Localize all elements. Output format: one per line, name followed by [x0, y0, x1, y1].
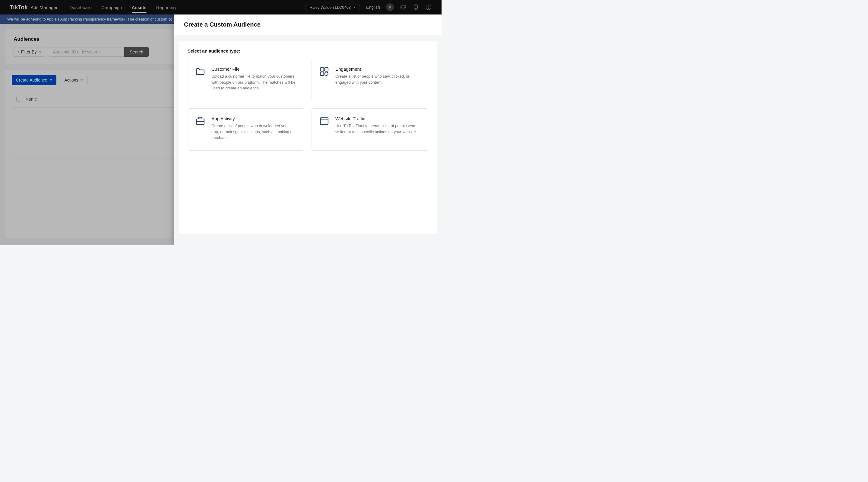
- svg-point-9: [321, 118, 322, 119]
- svg-rect-5: [320, 72, 323, 75]
- option-desc: Upload a customer file to match your cus…: [211, 74, 297, 91]
- option-desc: Create a list of people who saw, clicked…: [335, 74, 421, 85]
- option-desc: Create a list of people who downloaded y…: [211, 123, 297, 141]
- svg-point-6: [324, 72, 328, 75]
- option-customer-file[interactable]: Customer File Upload a customer file to …: [188, 59, 304, 101]
- browser-icon: [319, 116, 329, 126]
- svg-rect-4: [324, 68, 328, 71]
- svg-rect-3: [320, 68, 323, 71]
- engagement-icon: [319, 66, 329, 77]
- svg-point-10: [323, 118, 323, 119]
- option-title: App Activity: [211, 116, 297, 121]
- option-title: Website Traffic: [335, 116, 421, 121]
- option-engagement[interactable]: Engagement Create a list of people who s…: [312, 59, 428, 101]
- panel-title: Create a Custom Audience: [174, 15, 441, 35]
- panel-subtitle: Select an audience type:: [188, 48, 428, 53]
- create-custom-audience-panel: Create a Custom Audience Select an audie…: [174, 15, 441, 245]
- option-website-traffic[interactable]: Website Traffic Use TikTok Pixel to crea…: [312, 108, 428, 151]
- option-desc: Use TikTok Pixel to create a list of peo…: [335, 123, 421, 135]
- option-title: Customer File: [211, 66, 297, 72]
- folder-icon: [195, 66, 206, 77]
- option-app-activity[interactable]: App Activity Create a list of people who…: [188, 108, 304, 151]
- svg-rect-8: [320, 118, 328, 125]
- briefcase-icon: [195, 116, 206, 126]
- option-title: Engagement: [335, 66, 421, 72]
- panel-card: Select an audience type: Customer File U…: [179, 41, 437, 234]
